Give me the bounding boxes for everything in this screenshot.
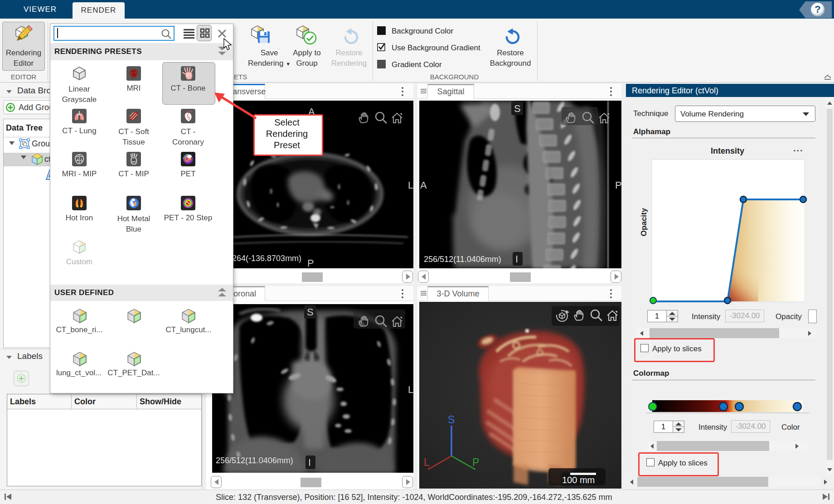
- svg-text:256/512(11.0406mm): 256/512(11.0406mm): [424, 255, 501, 264]
- svg-text:S: S: [514, 103, 521, 114]
- svg-text:L: L: [424, 456, 430, 468]
- svg-text:L: L: [408, 179, 413, 191]
- svg-text:I: I: [308, 457, 311, 468]
- svg-text:S: S: [307, 306, 314, 318]
- svg-text:A: A: [420, 179, 427, 191]
- svg-text:I: I: [515, 253, 518, 265]
- svg-text:S: S: [448, 414, 455, 426]
- svg-text:100 mm: 100 mm: [562, 475, 595, 485]
- svg-text:P: P: [472, 456, 479, 468]
- svg-text:256/512(11.0406mm): 256/512(11.0406mm): [216, 456, 293, 465]
- svg-text:P: P: [307, 257, 314, 268]
- svg-text:L: L: [408, 384, 413, 395]
- svg-text:P: P: [615, 179, 621, 191]
